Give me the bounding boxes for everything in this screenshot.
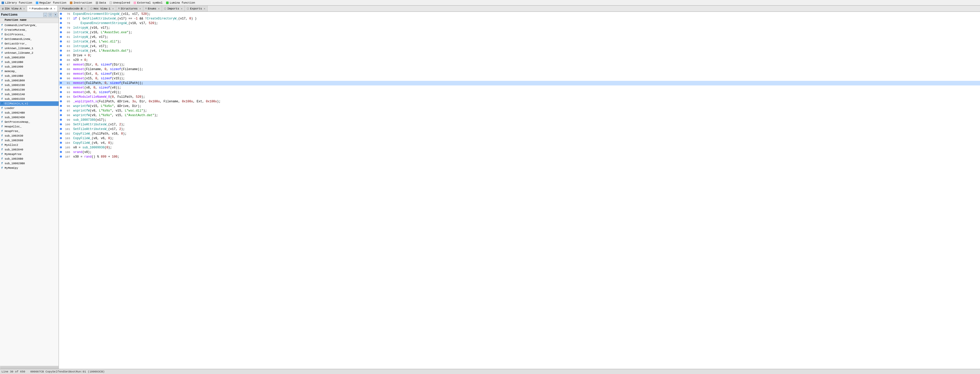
table-row[interactable]: 94GetModuleFileNameW_0(0, FullPath, 520)…: [59, 95, 980, 99]
line-number: 89: [63, 72, 72, 76]
function-item[interactable]: fCommandLineToArgvW_: [0, 23, 59, 28]
code-content[interactable]: 76ExpandEnvironmentStringsW_(v11, v17, 5…: [59, 12, 980, 369]
function-icon: f: [0, 153, 3, 156]
function-item[interactable]: fHeapAlloc_: [0, 124, 59, 129]
table-row[interactable]: 77if ( GetFileAttributesW_(v17) == -1 &&…: [59, 16, 980, 21]
function-item[interactable]: fsub_10001850: [0, 55, 59, 60]
function-item[interactable]: fHeapFree_: [0, 129, 59, 134]
function-item[interactable]: fsub_10001C90: [0, 88, 59, 92]
tab-imports-close[interactable]: ✕: [181, 7, 183, 10]
legend-bar: Library function Regular function Instru…: [0, 0, 980, 6]
function-item[interactable]: fsub_100029B0: [0, 161, 59, 166]
table-row[interactable]: 100SetFileAttributesW_(v17, 2);: [59, 122, 980, 127]
function-item[interactable]: fMyHeapFree: [0, 152, 59, 156]
function-item[interactable]: fsub_1002630: [0, 134, 59, 138]
table-row[interactable]: 105v0 = sub_10009930(0);: [59, 145, 980, 150]
function-item[interactable]: funknown_libname_2: [0, 51, 59, 55]
line-dot-col: [59, 62, 63, 67]
table-row[interactable]: 102CopyFileW_(FullPath, v16, 0);: [59, 132, 980, 136]
table-row[interactable]: 101SetFileAttributesW_(v17, 2);: [59, 127, 980, 132]
table-row[interactable]: 88memset(Filename, 0, sizeof(Filename));: [59, 67, 980, 72]
function-item[interactable]: funknown_libname_1: [0, 46, 59, 51]
tab-exports-close[interactable]: ✕: [204, 7, 205, 10]
function-item[interactable]: fsub_10001C80: [0, 83, 59, 88]
function-item[interactable]: fsub_1002840: [0, 147, 59, 152]
tab-pseudocode-a[interactable]: ≡ Pseudocode-A ✕: [27, 6, 57, 12]
status-bar: Line 30 of 650 000087CB CopySelfAndSetBo…: [0, 369, 980, 374]
function-item[interactable]: fsub_10001CA0: [0, 92, 59, 97]
table-row[interactable]: 80lstrcatW_(v16, L"AvastSvc.exe");: [59, 30, 980, 35]
function-item[interactable]: fMyAlloc2: [0, 143, 59, 147]
tab-pseudocode-a-close[interactable]: ✕: [54, 7, 55, 10]
tab-enums-close[interactable]: ✕: [158, 7, 160, 10]
table-row[interactable]: 98wsprintfW(v9, L"%s%s", v15, L"AvastAut…: [59, 113, 980, 118]
line-dot: [60, 137, 62, 139]
table-row[interactable]: 78 ExpandEnvironmentStringsW_(v10, v17, …: [59, 21, 980, 25]
function-item[interactable]: fmemcmp_: [0, 69, 59, 74]
function-item[interactable]: fExitProcess_: [0, 32, 59, 37]
table-row[interactable]: 106srand(v0);: [59, 150, 980, 154]
table-row[interactable]: 103CopyFileW_(v8, v6, 0);: [59, 136, 980, 141]
table-row[interactable]: 99sub_10007380(v17);: [59, 118, 980, 122]
tab-ida-view-a-close[interactable]: ✕: [23, 7, 25, 10]
table-row[interactable]: 89memset(Ext, 0, sizeof(Ext));: [59, 72, 980, 76]
legend-external-dot: [134, 2, 136, 4]
function-item[interactable]: fGetCommandLineW_: [0, 37, 59, 41]
table-row[interactable]: 97wsprintfW(v8, L"%s%s", v15, L"wsc.dll"…: [59, 108, 980, 113]
line-number: 104: [63, 141, 72, 145]
function-item[interactable]: fDllMain(x,x,x): [0, 101, 59, 106]
function-name: Loader: [5, 107, 15, 110]
table-row[interactable]: 79lstrcpyW_(v16, v17);: [59, 25, 980, 30]
function-item[interactable]: fMyMemCpy: [0, 166, 59, 170]
tab-ida-view-a[interactable]: ▤ IDA View-A ✕: [0, 6, 27, 11]
function-item[interactable]: fsub_10001CE0: [0, 97, 59, 101]
tab-enums[interactable]: ≡ Enums ✕: [143, 6, 162, 11]
panel-close-btn[interactable]: ✕: [54, 13, 57, 17]
function-item[interactable]: fsub_100024D0: [0, 115, 59, 120]
functions-list[interactable]: fCommandLineToArgvW_fCreateMutexW_fExitP…: [0, 23, 59, 366]
function-item[interactable]: fGetProcessHeap_: [0, 120, 59, 124]
function-item[interactable]: fsub_10019B0: [0, 74, 59, 78]
table-row[interactable]: 93memset(v9, 0, sizeof(v9));: [59, 90, 980, 95]
line-code: lstrcpyW_(v16, v17);: [72, 25, 980, 30]
function-item[interactable]: fsub_10001B60: [0, 78, 59, 83]
tab-imports[interactable]: ⬡ Imports ✕: [162, 6, 185, 11]
functions-scrollbar-horizontal[interactable]: [0, 366, 59, 369]
panel-float-btn[interactable]: □: [48, 13, 52, 17]
scroll-track[interactable]: [0, 367, 58, 369]
status-line-info: Line 30 of 650: [2, 370, 25, 373]
table-row[interactable]: 81lstrcpyW_(v6, v17);: [59, 35, 980, 40]
table-row[interactable]: 104CopyFileW_(v9, v4, 0);: [59, 141, 980, 145]
table-row[interactable]: 90memset(v15, 0, sizeof(v15));: [59, 76, 980, 81]
function-item[interactable]: fsub_100024B0: [0, 110, 59, 115]
table-row[interactable]: 86v29 = 0;: [59, 58, 980, 62]
function-item[interactable]: fsub_10018B0: [0, 60, 59, 64]
function-item[interactable]: fGetLastError_: [0, 41, 59, 46]
tab-pseudocode-b[interactable]: ≡ Pseudocode-B ✕: [57, 6, 88, 11]
table-row[interactable]: 96wsprintfW(v15, L"%s%s", &Drive, Dir);: [59, 104, 980, 108]
function-item[interactable]: fsub_1001900: [0, 64, 59, 69]
table-row[interactable]: 91memset(FullPath, 0, sizeof(FullPath));: [59, 81, 980, 86]
table-row[interactable]: 95_wsplitpath_s(FullPath, &Drive, 3u, Di…: [59, 99, 980, 104]
table-row[interactable]: 87memset(Dir, 0, sizeof(Dir));: [59, 62, 980, 67]
table-row[interactable]: 85Drive = 0;: [59, 53, 980, 58]
function-item[interactable]: fCreateMutexW_: [0, 28, 59, 32]
panel-minimize-btn[interactable]: _: [43, 13, 47, 17]
function-icon: f: [0, 84, 3, 87]
function-item[interactable]: fLoader: [0, 106, 59, 110]
table-row[interactable]: 84lstrcatW_(v4, L"AvastAuth.dat");: [59, 49, 980, 53]
tab-pseudocode-b-close[interactable]: ✕: [84, 7, 86, 10]
tab-structures[interactable]: A Structures ✕: [116, 6, 143, 11]
function-item[interactable]: fsub_10028B0: [0, 156, 59, 161]
table-row[interactable]: 76ExpandEnvironmentStringsW_(v11, v17, 5…: [59, 12, 980, 16]
table-row[interactable]: 82lstrcatW_(v6, L"wsc.dll");: [59, 40, 980, 44]
function-item[interactable]: fsub_1002680: [0, 138, 59, 143]
table-row[interactable]: 83lstrcpyW_(v4, v17);: [59, 44, 980, 49]
line-code: lstrcatW_(v4, L"AvastAuth.dat");: [72, 49, 980, 53]
table-row[interactable]: 92memset(v8, 0, sizeof(v8));: [59, 86, 980, 90]
tab-hex-view-1-close[interactable]: ✕: [112, 7, 114, 10]
tab-structures-close[interactable]: ✕: [140, 7, 141, 10]
table-row[interactable]: 107v30 = rand() % 899 + 100;: [59, 154, 980, 159]
tab-hex-view-1[interactable]: ⬡ Hex View-1 ✕: [88, 6, 116, 11]
tab-exports[interactable]: ⬡ Exports ✕: [185, 6, 207, 11]
